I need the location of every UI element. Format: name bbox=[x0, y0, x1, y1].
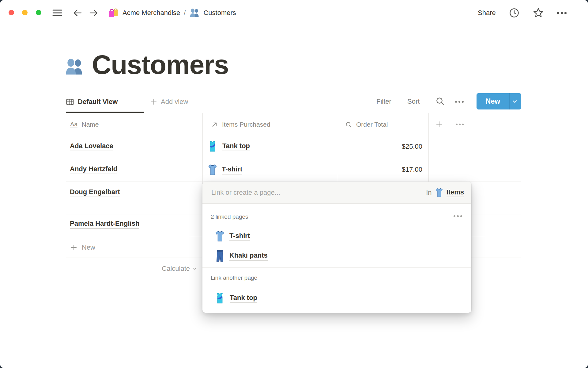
title-property-icon: Aa bbox=[70, 121, 77, 128]
new-button-divider bbox=[509, 93, 510, 109]
column-header-name[interactable]: Aa Name bbox=[70, 117, 99, 132]
tshirt-icon bbox=[215, 230, 225, 243]
tshirt-icon bbox=[435, 188, 443, 198]
tshirt-icon bbox=[207, 164, 218, 176]
column-header-order-total[interactable]: Order Total bbox=[345, 117, 388, 132]
relation-scope: In Items bbox=[426, 182, 464, 204]
add-column-icon[interactable] bbox=[435, 120, 443, 128]
close-window-button[interactable] bbox=[9, 10, 14, 15]
new-record-button[interactable]: New bbox=[477, 93, 521, 109]
tank-top-icon bbox=[214, 292, 226, 305]
filter-button[interactable]: Filter bbox=[376, 98, 391, 105]
sidebar-menu-icon[interactable] bbox=[52, 9, 62, 17]
cell-item-link: T-shirt bbox=[222, 165, 242, 174]
suggestion-page-label: Tank top bbox=[230, 294, 257, 303]
screen: Acme Merchandise / Customers Share Custo… bbox=[0, 0, 588, 368]
plus-icon bbox=[150, 98, 158, 106]
linked-page-item[interactable]: T-shirt bbox=[215, 230, 250, 243]
app-window: Acme Merchandise / Customers Share Custo… bbox=[0, 0, 588, 368]
add-view-button[interactable]: Add view bbox=[150, 93, 188, 111]
view-options-icon[interactable] bbox=[455, 101, 464, 103]
table-border bbox=[66, 159, 521, 159]
link-page-search-input[interactable] bbox=[211, 182, 382, 204]
table-border bbox=[66, 113, 521, 113]
cell-order-total[interactable]: $25.00 bbox=[338, 143, 422, 151]
sort-button[interactable]: Sort bbox=[407, 98, 420, 105]
cell-order-total[interactable]: $17.00 bbox=[338, 166, 422, 174]
calculate-label: Calculate bbox=[162, 265, 190, 273]
traffic-lights bbox=[9, 10, 41, 17]
calculate-button[interactable]: Calculate bbox=[123, 260, 198, 277]
active-tab-underline bbox=[66, 112, 144, 113]
table-view-icon bbox=[66, 98, 74, 106]
chevron-down-icon bbox=[192, 266, 198, 271]
column-header-name-label: Name bbox=[81, 121, 99, 128]
popup-section-divider bbox=[202, 267, 471, 268]
breadcrumb-page[interactable]: Customers bbox=[203, 9, 236, 17]
tank-top-icon bbox=[207, 140, 218, 153]
linked-pages-options-icon[interactable] bbox=[454, 215, 462, 217]
new-row-label: New bbox=[82, 243, 95, 251]
busts-icon bbox=[189, 8, 200, 18]
topbar-actions: Share bbox=[478, 6, 567, 20]
tab-default-view-label: Default View bbox=[78, 98, 118, 106]
relation-property-icon bbox=[211, 121, 218, 128]
forward-arrow-icon[interactable] bbox=[89, 8, 99, 18]
breadcrumb: Acme Merchandise / Customers bbox=[108, 6, 236, 20]
star-icon[interactable] bbox=[533, 7, 544, 19]
cell-name[interactable]: Pamela Hardt-English bbox=[70, 220, 139, 229]
share-button[interactable]: Share bbox=[478, 9, 496, 17]
cell-items[interactable]: Tank top bbox=[207, 140, 250, 153]
page-title[interactable]: Customers bbox=[92, 50, 228, 79]
more-options-icon[interactable] bbox=[557, 12, 567, 14]
clock-icon[interactable] bbox=[509, 7, 520, 18]
cell-items[interactable]: T-shirt bbox=[207, 164, 242, 176]
linked-page-label: T-shirt bbox=[229, 232, 250, 241]
search-icon[interactable] bbox=[435, 96, 445, 106]
page-title-icon busts-icon[interactable] bbox=[64, 57, 84, 77]
tab-default-view[interactable]: Default View bbox=[66, 93, 118, 111]
scope-page-link[interactable]: Items bbox=[447, 188, 464, 197]
cell-name[interactable]: Ada Lovelace bbox=[70, 142, 113, 151]
linked-page-label: Khaki pants bbox=[229, 251, 268, 261]
plus-icon bbox=[70, 243, 78, 251]
table-border bbox=[66, 136, 521, 136]
add-view-label: Add view bbox=[161, 98, 188, 106]
zoom-window-button[interactable] bbox=[36, 10, 41, 15]
relation-picker-header: In Items bbox=[202, 182, 471, 204]
jeans-icon bbox=[216, 250, 224, 263]
linked-page-item[interactable]: Khaki pants bbox=[216, 249, 268, 263]
link-another-section-label: Link another page bbox=[211, 274, 257, 281]
breadcrumb-separator: / bbox=[184, 9, 186, 17]
breadcrumb-workspace[interactable]: Acme Merchandise bbox=[123, 9, 180, 17]
table-options-icon[interactable] bbox=[456, 124, 464, 125]
cell-name[interactable]: Andy Hertzfeld bbox=[70, 165, 117, 174]
cell-item-link: Tank top bbox=[222, 142, 250, 151]
new-row-button[interactable]: New bbox=[70, 239, 95, 256]
new-record-label: New bbox=[477, 93, 509, 109]
back-arrow-icon[interactable] bbox=[72, 8, 83, 18]
column-header-items-label: Items Purchased bbox=[222, 121, 270, 128]
scope-prefix-label: In bbox=[426, 189, 432, 197]
column-header-items-purchased[interactable]: Items Purchased bbox=[211, 117, 270, 132]
cell-name[interactable]: Doug Engelbart bbox=[70, 188, 120, 197]
linked-pages-section-label: 2 linked pages bbox=[211, 213, 248, 220]
rollup-property-icon bbox=[345, 121, 352, 128]
column-header-total-label: Order Total bbox=[356, 121, 388, 128]
shopping-bags-icon bbox=[108, 7, 119, 18]
link-page-suggestion[interactable]: Tank top bbox=[214, 292, 257, 305]
new-dropdown-chevron-icon[interactable] bbox=[511, 98, 518, 105]
relation-picker-popup: In Items 2 linked pages T-shirt bbox=[202, 182, 471, 313]
minimize-window-button[interactable] bbox=[22, 10, 28, 15]
